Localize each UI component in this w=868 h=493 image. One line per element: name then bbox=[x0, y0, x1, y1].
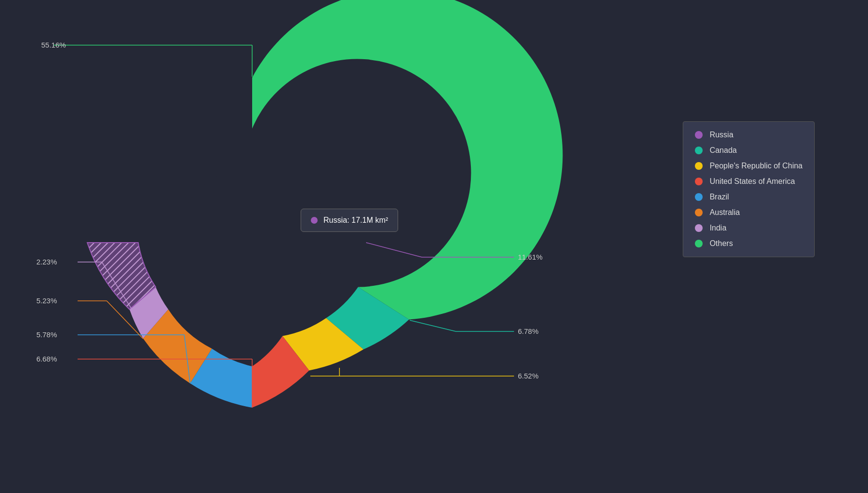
tooltip: Russia: 17.1M km² bbox=[301, 209, 398, 232]
chart-container: 55.16% 6.78% 6.52% 6.68% 5.78% 5.23% 2.2… bbox=[0, 0, 868, 493]
legend-item-others[interactable]: Others bbox=[695, 239, 803, 248]
legend-dot-china bbox=[695, 162, 703, 170]
legend-label-brazil: Brazil bbox=[709, 193, 729, 201]
legend-label-australia: Australia bbox=[709, 208, 739, 217]
label-line-russia bbox=[366, 243, 422, 257]
label-pct-canada: 6.78% bbox=[518, 327, 539, 335]
legend-dot-brazil bbox=[695, 193, 703, 201]
legend-dot-usa bbox=[695, 178, 703, 185]
legend-label-others: Others bbox=[709, 239, 733, 248]
legend: Russia Canada People's Republic of China… bbox=[683, 121, 815, 257]
tooltip-label: Russia: 17.1M km² bbox=[323, 216, 388, 225]
label-pct-others: 55.16% bbox=[41, 41, 66, 49]
legend-item-canada[interactable]: Canada bbox=[695, 146, 803, 155]
label-line-canada bbox=[410, 320, 456, 331]
legend-label-russia: Russia bbox=[709, 131, 733, 139]
legend-label-china: People's Republic of China bbox=[709, 162, 803, 170]
tooltip-dot bbox=[311, 217, 318, 224]
donut-segments bbox=[87, 0, 563, 408]
legend-dot-india bbox=[695, 224, 703, 232]
label-pct-china: 6.52% bbox=[518, 372, 539, 380]
label-pct-usa: 6.68% bbox=[36, 355, 57, 363]
legend-label-canada: Canada bbox=[709, 146, 737, 155]
legend-item-china[interactable]: People's Republic of China bbox=[695, 162, 803, 170]
legend-dot-russia bbox=[695, 131, 703, 139]
legend-dot-australia bbox=[695, 209, 703, 216]
legend-item-india[interactable]: India bbox=[695, 224, 803, 232]
label-pct-australia: 5.23% bbox=[36, 296, 57, 305]
label-pct-russia: 11.61% bbox=[518, 253, 543, 261]
donut-hole bbox=[177, 167, 327, 318]
legend-item-russia[interactable]: Russia bbox=[695, 131, 803, 139]
legend-item-brazil[interactable]: Brazil bbox=[695, 193, 803, 201]
label-pct-brazil: 5.78% bbox=[36, 330, 57, 339]
legend-dot-canada bbox=[695, 147, 703, 154]
legend-item-australia[interactable]: Australia bbox=[695, 208, 803, 217]
legend-dot-others bbox=[695, 240, 703, 247]
label-pct-india: 2.23% bbox=[36, 258, 57, 266]
legend-label-india: India bbox=[709, 224, 726, 232]
legend-label-usa: United States of America bbox=[709, 177, 795, 186]
legend-item-usa[interactable]: United States of America bbox=[695, 177, 803, 186]
